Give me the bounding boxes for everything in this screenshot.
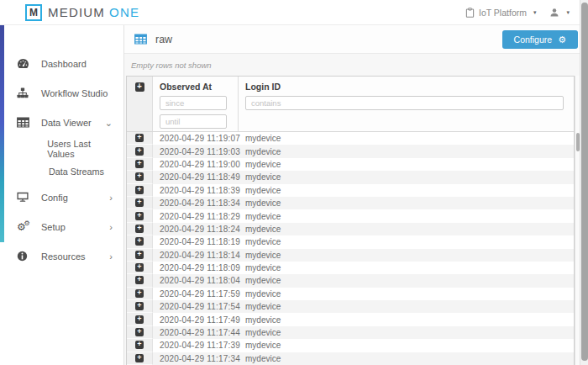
table-row: + 2020-04-29 11:18:19 mydevice (127, 235, 574, 248)
plus-icon: + (135, 251, 144, 259)
login-id-cell: mydevice (239, 134, 574, 143)
sidebar-item-users-last-values[interactable]: Users Last Values (0, 137, 123, 160)
configure-label: Configure (514, 34, 553, 45)
sidebar-item-label: Config (41, 193, 68, 203)
sidebar-item-resources[interactable]: Resources › (0, 241, 123, 271)
observed-at-cell: 2020-04-29 11:18:49 (153, 172, 239, 182)
until-filter-input[interactable] (160, 114, 227, 129)
chevron-icon: › (109, 194, 113, 201)
expand-row-button[interactable]: + (127, 171, 153, 183)
expand-row-button[interactable]: + (127, 184, 153, 197)
observed-at-cell: 2020-04-29 11:17:54 (153, 302, 239, 311)
observed-at-cell: 2020-04-29 11:19:03 (153, 147, 239, 156)
sidebar-item-label: Dashboard (41, 59, 87, 69)
table-row: + 2020-04-29 11:17:44 mydevice (127, 326, 574, 339)
expand-row-button[interactable]: + (127, 145, 153, 157)
toolbar: raw Configure ⚙ (124, 25, 588, 54)
brand-accent: ONE (109, 5, 139, 19)
monitor-icon (17, 192, 30, 203)
observed-at-cell: 2020-04-29 11:18:34 (153, 198, 239, 208)
table-header: + Observed At Login ID (127, 77, 574, 132)
plus-icon: + (135, 276, 144, 284)
table-icon (134, 34, 147, 45)
window-scrollbar-thumb[interactable] (581, 3, 588, 361)
sidebar-item-setup[interactable]: ⚙⚙ Setup › (0, 212, 123, 241)
expand-row-button[interactable]: + (127, 197, 153, 209)
expand-row-button[interactable]: + (127, 288, 153, 300)
login-id-cell: mydevice (239, 341, 574, 350)
sidebar-item-data-viewer[interactable]: Data Viewer ⌄ (0, 108, 123, 137)
expand-row-button[interactable]: + (127, 223, 153, 235)
table-row: + 2020-04-29 11:17:34 mydevice (127, 352, 574, 365)
table-row: + 2020-04-29 11:19:03 mydevice (127, 145, 574, 157)
expand-row-button[interactable]: + (127, 235, 153, 248)
table-row: + 2020-04-29 11:18:49 mydevice (127, 171, 574, 183)
sidebar-item-data-streams[interactable]: Data Streams (0, 160, 123, 182)
expand-row-button[interactable]: + (127, 209, 153, 222)
observed-at-cell: 2020-04-29 11:18:24 (153, 225, 239, 234)
login-id-cell: mydevice (239, 276, 574, 285)
layout: Dashboard Workflow Studio Data Viewer ⌄ (0, 25, 588, 365)
expand-row-button[interactable]: + (127, 313, 153, 325)
header-right: IoT Platform ▾ ▾ (465, 8, 570, 18)
sidebar-nav: Dashboard Workflow Studio Data Viewer ⌄ (0, 49, 123, 271)
table-row: + 2020-04-29 11:18:09 mydevice (127, 262, 574, 274)
observed-at-cell: 2020-04-29 11:18:09 (153, 263, 239, 272)
sidebar-item-dashboard[interactable]: Dashboard (0, 49, 123, 78)
since-filter-input[interactable] (160, 96, 227, 110)
expand-row-button[interactable]: + (127, 262, 153, 274)
sidebar-item-label: Users Last Values (47, 139, 113, 159)
login-id-cell: mydevice (239, 225, 574, 234)
observed-at-cell: 2020-04-29 11:17:59 (153, 289, 239, 299)
platform-label: IoT Platform (479, 8, 527, 18)
sitemap-icon (17, 87, 30, 98)
expand-row-button[interactable]: + (127, 339, 153, 352)
expand-row-button[interactable]: + (127, 249, 153, 262)
plus-icon: + (135, 237, 144, 246)
logo[interactable]: M MEDIUM ONE (25, 4, 139, 21)
observed-at-column-header: Observed At (153, 77, 239, 131)
observed-at-cell: 2020-04-29 11:17:34 (153, 354, 239, 363)
login-id-cell: mydevice (239, 147, 574, 156)
plus-icon: + (135, 225, 144, 233)
user-menu[interactable]: ▾ (549, 8, 570, 18)
plus-icon: + (135, 263, 144, 272)
configure-button[interactable]: Configure ⚙ (502, 30, 578, 49)
expand-row-button[interactable]: + (127, 352, 153, 365)
expand-all-button[interactable]: + (127, 77, 153, 131)
sidebar-item-label: Setup (41, 222, 66, 232)
table-row: + 2020-04-29 11:18:14 mydevice (127, 249, 574, 262)
chevron-icon: › (109, 253, 113, 260)
login-id-cell: mydevice (239, 251, 574, 260)
table-row: + 2020-04-29 11:17:39 mydevice (127, 339, 574, 352)
main-content: raw Configure ⚙ Empty rows not shown + O… (124, 25, 588, 365)
login-id-cell: mydevice (239, 237, 574, 246)
plus-icon: + (135, 328, 144, 336)
observed-at-cell: 2020-04-29 11:17:44 (153, 328, 239, 337)
sidebar-gradient-strip (0, 25, 4, 242)
expand-row-button[interactable]: + (127, 300, 153, 313)
login-id-cell: mydevice (239, 302, 574, 311)
brand-wordmark: MEDIUM ONE (48, 5, 139, 19)
platform-selector[interactable]: IoT Platform ▾ (465, 8, 537, 18)
sidebar-item-workflow-studio[interactable]: Workflow Studio (0, 78, 123, 108)
observed-at-cell: 2020-04-29 11:18:14 (153, 251, 239, 260)
gauge-icon (17, 58, 30, 69)
table-row: + 2020-04-29 11:17:54 mydevice (127, 300, 574, 313)
login-id-cell: mydevice (239, 315, 574, 325)
plus-icon: + (135, 172, 144, 181)
plus-icon: + (135, 341, 144, 349)
table-row: + 2020-04-29 11:17:59 mydevice (127, 288, 574, 300)
data-table: + Observed At Login ID + (126, 76, 575, 365)
login-id-cell: mydevice (239, 160, 574, 169)
contains-filter-input[interactable] (245, 96, 564, 110)
expand-row-button[interactable]: + (127, 326, 153, 339)
expand-row-button[interactable]: + (127, 132, 153, 145)
expand-row-button[interactable]: + (127, 158, 153, 171)
sidebar-item-config[interactable]: Config › (0, 182, 123, 212)
plus-icon: + (135, 147, 144, 156)
expand-row-button[interactable]: + (127, 274, 153, 287)
plus-icon: + (135, 354, 144, 362)
sidebar: Dashboard Workflow Studio Data Viewer ⌄ (0, 25, 124, 365)
top-header: M MEDIUM ONE IoT Platform ▾ ▾ (0, 0, 588, 25)
